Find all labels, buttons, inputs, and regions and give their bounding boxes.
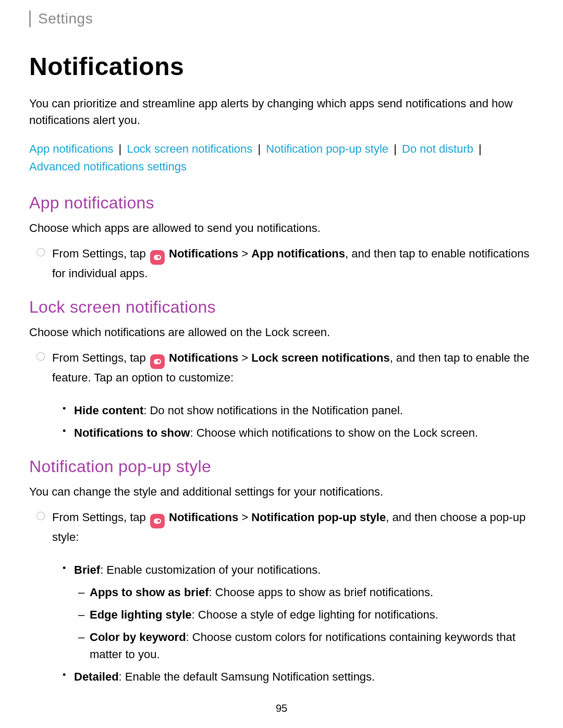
notifications-icon xyxy=(150,250,165,265)
bullet-item: Brief: Enable customization of your noti… xyxy=(74,561,534,663)
breadcrumb: Settings xyxy=(38,10,93,27)
heading-app-notifications: App notifications xyxy=(29,193,534,213)
body-text: Choose which apps are allowed to send yo… xyxy=(29,220,534,237)
bullet-item: Notifications to show: Choose which noti… xyxy=(74,424,534,441)
link-do-not-disturb[interactable]: Do not disturb xyxy=(402,142,473,155)
breadcrumb-bar: Settings xyxy=(29,10,534,27)
page-title: Notifications xyxy=(29,52,534,81)
notifications-icon xyxy=(150,354,165,369)
intro-text: You can prioritize and streamline app al… xyxy=(29,95,534,129)
section-links: App notifications | Lock screen notifica… xyxy=(29,140,534,176)
heading-popup-style: Notification pop-up style xyxy=(29,457,534,476)
dash-item: Color by keyword: Choose custom colors f… xyxy=(90,628,534,663)
dash-item: Edge lighting style: Choose a style of e… xyxy=(90,606,534,623)
step-item: From Settings, tap Notifications > App n… xyxy=(52,245,534,282)
section-app-notifications: App notifications Choose which apps are … xyxy=(29,193,534,282)
page-number: 95 xyxy=(0,702,563,714)
link-advanced[interactable]: Advanced notifications settings xyxy=(29,160,187,173)
link-app-notifications[interactable]: App notifications xyxy=(29,142,113,155)
section-lock-screen: Lock screen notifications Choose which n… xyxy=(29,298,534,441)
step-item: From Settings, tap Notifications > Notif… xyxy=(52,509,534,546)
bullet-item: Detailed: Enable the default Samsung Not… xyxy=(74,668,534,685)
step-item: From Settings, tap Notifications > Lock … xyxy=(52,349,534,386)
dash-item: Apps to show as brief: Choose apps to sh… xyxy=(90,584,534,601)
body-text: You can change the style and additional … xyxy=(29,484,534,500)
section-popup-style: Notification pop-up style You can change… xyxy=(29,457,534,685)
link-lock-screen[interactable]: Lock screen notifications xyxy=(127,142,252,155)
notifications-icon xyxy=(150,514,165,528)
body-text: Choose which notifications are allowed o… xyxy=(29,324,534,341)
bullet-item: Hide content: Do not show notifications … xyxy=(74,402,534,419)
link-popup-style[interactable]: Notification pop-up style xyxy=(266,142,388,155)
heading-lock-screen: Lock screen notifications xyxy=(29,298,534,317)
